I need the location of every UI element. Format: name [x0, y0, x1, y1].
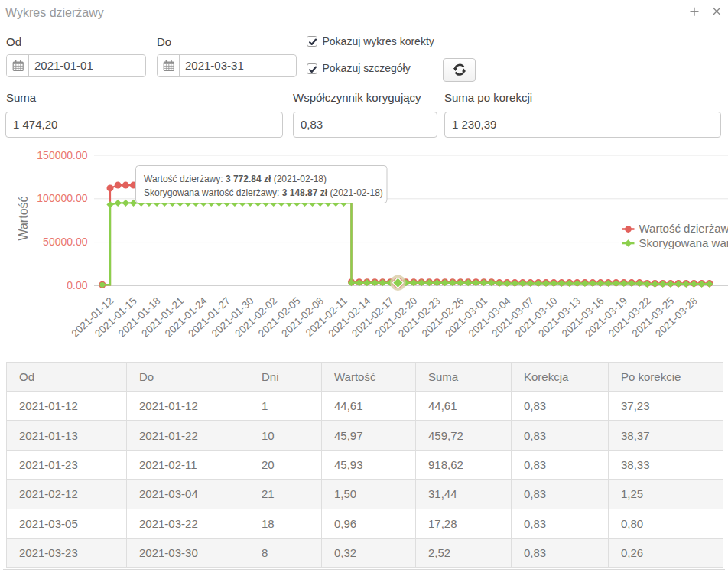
- svg-text:Wartość dzierżawy: 3 772.84 zł: Wartość dzierżawy: 3 772.84 zł (2021-02-…: [144, 174, 327, 184]
- svg-text:Skorygowana wartość dzierżawy: Skorygowana wartość dzierżawy: [639, 236, 728, 249]
- svg-text:Wartość dzierżawy: Wartość dzierżawy: [639, 222, 728, 235]
- svg-text:50000.00: 50000.00: [43, 236, 88, 248]
- svg-text:0.00: 0.00: [67, 279, 87, 291]
- svg-text:100000.00: 100000.00: [37, 192, 87, 204]
- svg-text:Wartość: Wartość: [17, 196, 30, 240]
- svg-text:150000.00: 150000.00: [37, 149, 87, 161]
- svg-text:Skorygowana wartość dzierżawy:: Skorygowana wartość dzierżawy: 3 148.87 …: [144, 187, 383, 198]
